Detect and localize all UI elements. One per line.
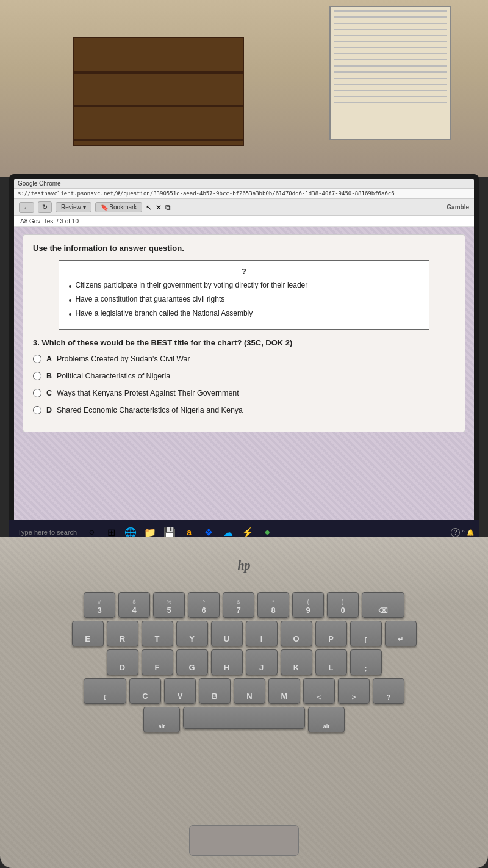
cursor-icon: ↖: [146, 203, 152, 212]
browser-content: Use the information to answer question. …: [14, 227, 474, 532]
option-text-d: Shared Economic Characteristics of Niger…: [57, 406, 243, 414]
key-alt-right[interactable]: alt: [308, 707, 345, 732]
key-comma[interactable]: <: [303, 678, 335, 704]
bullet-1-icon: •: [69, 281, 72, 291]
question-text: 3. Which of these would be the BEST titl…: [33, 338, 455, 347]
radio-b[interactable]: [33, 372, 41, 380]
tray-help-icon: ?: [451, 528, 461, 537]
option-letter-a: A: [46, 355, 52, 363]
key-shift-left[interactable]: ⇧: [84, 678, 126, 704]
taskbar-tray: ? ^ 🔔: [451, 528, 474, 537]
key-space[interactable]: [183, 707, 305, 729]
chart-box: ? • Citizens participate in their govern…: [59, 260, 430, 330]
key-row-numbers: # 3 $ 4 % 5 ^ 6 & 7 * 8: [18, 592, 470, 618]
key-j[interactable]: J: [246, 649, 278, 675]
taskbar-search-text: Type here to search: [14, 529, 81, 536]
laptop-screen-bezel: Google Chrome s://testnavclient.psonsvc.…: [9, 174, 479, 537]
forward-button[interactable]: ↻: [38, 201, 52, 213]
key-y[interactable]: Y: [176, 621, 208, 646]
option-text-c: Ways that Kenyans Protest Against Their …: [57, 389, 239, 397]
key-slash[interactable]: ?: [373, 678, 404, 704]
option-letter-c: C: [46, 389, 52, 397]
hp-logo: hp: [237, 559, 250, 573]
restore-icon[interactable]: ⧉: [165, 203, 171, 212]
key-5[interactable]: % 5: [153, 592, 185, 618]
browser-title-bar: Google Chrome: [14, 179, 474, 189]
option-letter-d: D: [46, 406, 52, 414]
key-g[interactable]: G: [176, 649, 208, 675]
key-h[interactable]: H: [211, 649, 243, 675]
key-b[interactable]: B: [199, 678, 231, 704]
back-button[interactable]: ←: [19, 202, 34, 213]
key-i[interactable]: I: [246, 621, 278, 646]
key-semicolon[interactable]: ;: [350, 649, 382, 675]
key-backspace[interactable]: ⌫: [362, 592, 404, 618]
key-v[interactable]: V: [164, 678, 196, 704]
room-background: [0, 0, 488, 177]
key-6[interactable]: ^ 6: [188, 592, 220, 618]
key-row-qwerty: E R T Y U I O P [ ↵: [18, 621, 470, 646]
window-blinds: [329, 6, 451, 140]
radio-d[interactable]: [33, 406, 41, 414]
answer-option-b[interactable]: B Political Characteristics of Nigeria: [33, 372, 455, 380]
radio-a[interactable]: [33, 355, 41, 363]
key-row-zxcv: ⇧ C V B N M < > ?: [18, 678, 470, 704]
tray-notif-icon: 🔔: [467, 529, 474, 536]
review-button[interactable]: Review ▾: [56, 202, 92, 212]
key-n[interactable]: N: [234, 678, 265, 704]
chart-bullet-3: Have a legislative branch called the Nat…: [75, 309, 253, 317]
key-period[interactable]: >: [338, 678, 370, 704]
key-t[interactable]: T: [142, 621, 173, 646]
url-text: s://testnavclient.psonsvc.net/#/question…: [18, 190, 395, 197]
chart-item-1: • Citizens participate in their governme…: [69, 281, 420, 291]
key-enter[interactable]: ↵: [385, 621, 417, 646]
key-3[interactable]: # 3: [84, 592, 115, 618]
close-icon[interactable]: ✕: [156, 203, 162, 212]
key-0[interactable]: ) 0: [327, 592, 359, 618]
browser-toolbar: ← ↻ Review ▾ 🔖 Bookmark ↖ ✕ ⧉ Gamble: [14, 199, 474, 216]
key-p[interactable]: P: [315, 621, 347, 646]
key-7[interactable]: & 7: [223, 592, 254, 618]
browser-window: Google Chrome s://testnavclient.psonsvc.…: [14, 179, 474, 532]
key-m[interactable]: M: [268, 678, 300, 704]
bullet-2-icon: •: [69, 295, 72, 305]
key-row-asdf: D F G H J K L ;: [18, 649, 470, 675]
key-l[interactable]: L: [315, 649, 347, 675]
bookmark-button[interactable]: 🔖 Bookmark: [95, 202, 143, 212]
bullet-3-icon: •: [69, 309, 72, 319]
key-8[interactable]: * 8: [257, 592, 289, 618]
key-4[interactable]: $ 4: [118, 592, 150, 618]
key-u[interactable]: U: [211, 621, 243, 646]
chart-item-3: • Have a legislative branch called the N…: [69, 309, 420, 319]
key-c[interactable]: C: [129, 678, 161, 704]
key-bracket-open[interactable]: [: [350, 621, 382, 646]
chart-title: ?: [69, 267, 420, 276]
key-k[interactable]: K: [281, 649, 312, 675]
question-card: Use the information to answer question. …: [23, 234, 465, 432]
chart-bullet-2: Have a constitution that guarantees civi…: [75, 295, 224, 303]
option-text-a: Problems Created by Sudan's Civil War: [57, 355, 190, 363]
touchpad[interactable]: [189, 825, 299, 856]
chart-item-2: • Have a constitution that guarantees ci…: [69, 295, 420, 305]
key-9[interactable]: ( 9: [292, 592, 324, 618]
key-row-space: alt alt: [18, 707, 470, 732]
brand-label: Gamble: [447, 204, 469, 211]
answer-option-c[interactable]: C Ways that Kenyans Protest Against Thei…: [33, 389, 455, 397]
key-e[interactable]: E: [72, 621, 104, 646]
key-o[interactable]: O: [281, 621, 312, 646]
bookcase: [73, 37, 244, 146]
instruction-text: Use the information to answer question.: [33, 244, 455, 253]
answer-option-a[interactable]: A Problems Created by Sudan's Civil War: [33, 355, 455, 363]
tray-up-icon: ^: [462, 529, 465, 536]
key-d[interactable]: D: [107, 649, 138, 675]
option-text-b: Political Characteristics of Nigeria: [57, 372, 170, 380]
chart-bullet-1: Citizens participate in their government…: [75, 281, 307, 289]
answer-option-d[interactable]: D Shared Economic Characteristics of Nig…: [33, 406, 455, 414]
laptop-body: hp # 3 $ 4 % 5 ^ 6 & 7: [0, 537, 488, 868]
key-r[interactable]: R: [107, 621, 138, 646]
keyboard: # 3 $ 4 % 5 ^ 6 & 7 * 8: [18, 592, 470, 819]
radio-c[interactable]: [33, 389, 41, 397]
key-alt-left[interactable]: alt: [143, 707, 180, 732]
breadcrumb-text: A8 Govt Test / 3 of 10: [20, 218, 79, 225]
key-f[interactable]: F: [142, 649, 173, 675]
